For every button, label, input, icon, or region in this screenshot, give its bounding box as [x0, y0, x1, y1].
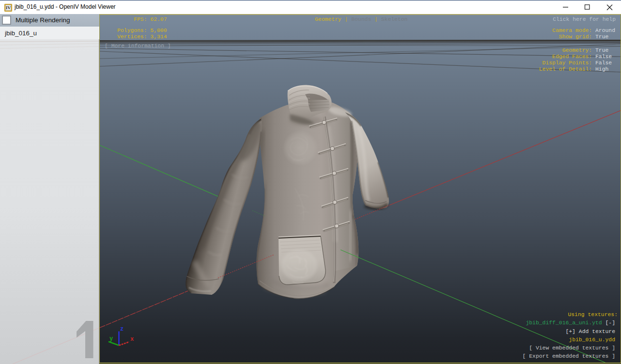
svg-text:z: z [120, 326, 124, 333]
svg-text:x: x [130, 336, 134, 343]
svg-text:y: y [109, 335, 113, 342]
